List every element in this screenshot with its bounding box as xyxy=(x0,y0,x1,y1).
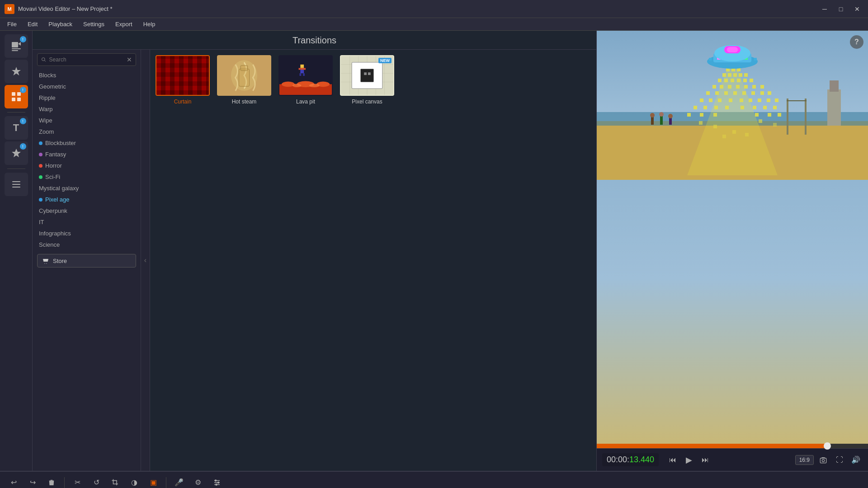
fullscreen-button[interactable]: ⛶ xyxy=(833,453,846,467)
svg-rect-19 xyxy=(241,66,247,71)
svg-rect-25 xyxy=(300,70,302,73)
category-pixel-age[interactable]: Pixel age xyxy=(33,194,141,205)
settings-button[interactable]: ⚙ xyxy=(190,474,206,488)
app-title: Movavi Video Editor – New Project * xyxy=(18,5,113,12)
svg-rect-128 xyxy=(659,112,664,117)
play-button[interactable]: ▶ xyxy=(682,453,696,467)
category-blockbuster[interactable]: Blockbuster xyxy=(33,137,141,149)
svg-rect-135 xyxy=(830,80,839,92)
menu-playback[interactable]: Playback xyxy=(44,19,77,29)
menu-file[interactable]: File xyxy=(3,19,21,29)
category-infographics[interactable]: Infographics xyxy=(33,228,141,239)
preview-progress[interactable] xyxy=(597,444,868,448)
transition-thumb-hotsteam xyxy=(217,55,271,96)
maximize-button[interactable]: □ xyxy=(835,4,847,14)
svg-rect-106 xyxy=(713,125,717,128)
svg-rect-63 xyxy=(731,79,734,82)
svg-rect-7 xyxy=(17,98,21,101)
svg-rect-98 xyxy=(773,106,777,109)
svg-rect-109 xyxy=(732,130,736,134)
transition-hot-steam[interactable]: Hot steam xyxy=(217,55,271,105)
svg-rect-59 xyxy=(739,73,742,77)
svg-rect-62 xyxy=(724,79,728,82)
svg-rect-23 xyxy=(299,68,301,70)
category-label: Blockbuster xyxy=(45,140,76,146)
category-horror[interactable]: Horror xyxy=(33,160,141,171)
svg-rect-97 xyxy=(763,106,767,109)
tool-stickers[interactable]: ! xyxy=(5,141,28,165)
tool-titles[interactable]: T ! xyxy=(5,116,28,140)
transition-pixel-canvas[interactable]: NEW xyxy=(340,55,394,105)
tool-media[interactable]: ! xyxy=(5,34,28,58)
preview-progress-thumb[interactable] xyxy=(824,442,831,450)
search-clear-icon[interactable]: ✕ xyxy=(127,56,132,63)
category-fantasy[interactable]: Fantasy xyxy=(33,149,141,160)
svg-rect-70 xyxy=(736,85,740,89)
menu-help[interactable]: Help xyxy=(139,19,160,29)
skip-forward-button[interactable]: ⏭ xyxy=(698,453,712,467)
svg-rect-60 xyxy=(744,73,748,77)
menu-settings[interactable]: Settings xyxy=(79,19,109,29)
search-box[interactable]: ✕ xyxy=(37,53,136,66)
crop-button[interactable] xyxy=(107,474,123,488)
levels-button[interactable] xyxy=(209,474,225,488)
transition-lava-pit[interactable]: Lava pit xyxy=(278,55,333,105)
ratio-button[interactable]: 16:9 xyxy=(795,455,814,465)
color-button[interactable]: ◑ xyxy=(126,474,142,488)
redo-button[interactable]: ↪ xyxy=(24,474,41,488)
svg-rect-11 xyxy=(12,187,20,188)
main-layout: ! ! T ! ! Transitions xyxy=(0,31,868,471)
rotate-button[interactable]: ↺ xyxy=(88,474,104,488)
category-mystical[interactable]: Mystical galaxy xyxy=(33,183,141,194)
stickers-badge: ! xyxy=(20,143,26,150)
cut-button[interactable]: ✂ xyxy=(69,474,85,488)
svg-rect-101 xyxy=(713,113,717,117)
svg-rect-129 xyxy=(669,117,672,125)
category-geometric[interactable]: Geometric xyxy=(33,81,141,92)
svg-rect-69 xyxy=(728,85,731,89)
close-button[interactable]: ✕ xyxy=(851,4,863,14)
menu-edit[interactable]: Edit xyxy=(23,19,42,29)
category-science[interactable]: Science xyxy=(33,239,141,250)
tool-effects[interactable] xyxy=(5,60,28,83)
svg-rect-99 xyxy=(687,113,691,117)
menu-export[interactable]: Export xyxy=(111,19,137,29)
minimize-button[interactable]: ─ xyxy=(818,4,831,14)
transitions-header: Transitions xyxy=(33,31,596,50)
svg-rect-123 xyxy=(709,58,712,61)
category-label: Zoom xyxy=(39,128,54,135)
svg-rect-10 xyxy=(12,184,20,185)
svg-rect-73 xyxy=(760,85,764,89)
svg-rect-47 xyxy=(364,72,367,75)
svg-rect-21 xyxy=(300,65,304,68)
category-it[interactable]: IT xyxy=(33,216,141,228)
svg-rect-127 xyxy=(660,116,663,125)
snapshot-button[interactable] xyxy=(816,453,830,467)
category-zoom[interactable]: Zoom xyxy=(33,126,141,137)
search-input[interactable] xyxy=(49,56,124,63)
svg-rect-75 xyxy=(715,91,719,95)
store-button[interactable]: Store xyxy=(37,254,136,267)
svg-rect-103 xyxy=(768,113,771,117)
left-toolbar: ! ! T ! ! xyxy=(0,31,33,471)
transition-curtain[interactable]: Curtain xyxy=(156,55,210,105)
category-scifi[interactable]: Sci-Fi xyxy=(33,171,141,183)
category-wipe[interactable]: Wipe xyxy=(33,115,141,126)
volume-button[interactable]: 🔊 xyxy=(849,453,863,467)
skip-back-button[interactable]: ⏮ xyxy=(666,453,679,467)
delete-button[interactable] xyxy=(43,474,60,488)
svg-point-12 xyxy=(42,58,45,61)
highlight-button[interactable]: ▣ xyxy=(145,474,161,488)
category-warp[interactable]: Warp xyxy=(33,103,141,115)
category-cyberpunk[interactable]: Cyberpunk xyxy=(33,205,141,216)
undo-button[interactable]: ↩ xyxy=(5,474,22,488)
svg-marker-1 xyxy=(18,42,21,46)
svg-rect-124 xyxy=(754,58,757,61)
collapse-handle[interactable]: ‹ xyxy=(141,50,150,471)
help-button[interactable]: ? xyxy=(850,35,863,49)
tool-transitions[interactable]: ! xyxy=(5,85,28,108)
mic-button[interactable]: 🎤 xyxy=(171,474,187,488)
category-blocks[interactable]: Blocks xyxy=(33,70,141,81)
tool-more[interactable] xyxy=(5,173,28,196)
category-ripple[interactable]: Ripple xyxy=(33,92,141,103)
